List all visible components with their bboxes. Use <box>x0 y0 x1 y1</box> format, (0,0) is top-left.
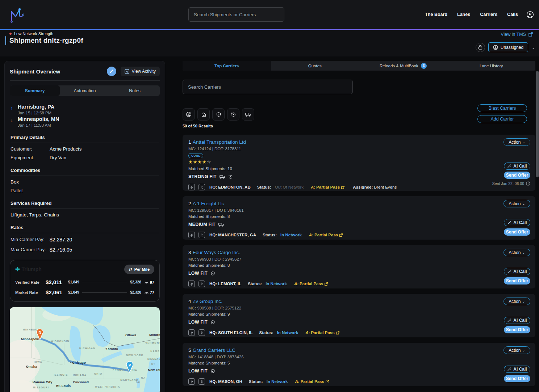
automation-icon[interactable] <box>188 378 195 385</box>
header-chevron-down-icon[interactable]: ⌄ <box>531 45 535 50</box>
title-accent-bar <box>5 36 6 45</box>
send-offer-button[interactable]: Send Offer <box>504 326 530 333</box>
compliance-link[interactable]: A: Partial Pass <box>294 282 328 286</box>
network-alert: Low Network Strength <box>9 31 53 36</box>
info-icon[interactable] <box>526 181 530 186</box>
automation-icon[interactable] <box>188 329 195 336</box>
tab-notes[interactable]: Notes <box>110 85 160 96</box>
send-offer-button[interactable]: Send Offer <box>504 172 530 179</box>
svg-text:Omaha: Omaha <box>26 365 38 368</box>
matched-shipments: Matched Shipments: 10 <box>188 167 530 171</box>
send-offer-button[interactable]: Send Offer <box>504 277 530 284</box>
carrier-name-link[interactable]: Grand Carriers LLC <box>193 347 235 353</box>
action-button[interactable]: Action⌄ <box>504 200 530 207</box>
per-mile-toggle[interactable]: ⇄ Per Mile <box>124 265 154 274</box>
compliance-value: Partial Pass <box>300 282 323 286</box>
stops: ↑ Harrisburg, PA Jan 15 | 12:58 PM ↓ Min… <box>11 104 159 127</box>
action-button[interactable]: Action⌄ <box>504 298 530 305</box>
ai-call-button[interactable]: AI Call <box>504 163 530 170</box>
commodity-item: Pallet <box>11 188 159 193</box>
filter-home-button[interactable] <box>197 108 210 121</box>
carriers-panel: Top Carriers Quotes Reloads & MultiBook … <box>183 61 535 392</box>
add-carrier-button[interactable]: Add Carrier <box>477 115 527 123</box>
compliance-link[interactable]: A: Partial Pass <box>295 379 329 384</box>
contact-card-icon[interactable] <box>199 378 205 385</box>
offer-sent-info: Sent Jan 22, 06:00 <box>492 181 530 186</box>
ai-call-button[interactable]: AI Call <box>504 268 530 275</box>
automation-icon[interactable] <box>188 184 195 190</box>
contact-card-icon[interactable] <box>199 329 205 336</box>
carrier-card: 4 Zv Group Inc. MC: 900588 | DOT: 257512… <box>183 294 535 337</box>
search-input[interactable] <box>188 7 284 22</box>
filter-history-button[interactable] <box>227 108 239 121</box>
contact-card-icon[interactable] <box>199 184 205 190</box>
action-button[interactable]: Action⌄ <box>504 249 530 256</box>
carrier-name-link[interactable]: Anttal Transportation Ltd <box>193 139 246 145</box>
overview-tabs: Summary Automation Notes <box>10 85 160 96</box>
tab-automation[interactable]: Automation <box>60 85 110 96</box>
automation-icon[interactable] <box>188 281 195 287</box>
view-in-tms-link[interactable]: View in TMS <box>501 32 533 37</box>
tab-reloads-multibook[interactable]: Reloads & MultiBook 3 <box>359 61 447 71</box>
status-label: Status: <box>259 330 273 335</box>
min-pay-label: Min Carrier Pay: <box>11 236 50 243</box>
compliance-link[interactable]: A: Partial Pass <box>305 330 339 335</box>
nav-calls[interactable]: Calls <box>507 12 518 17</box>
action-button[interactable]: Action⌄ <box>504 346 530 354</box>
carrier-hq: HQ: LEMONT, IL <box>209 282 241 286</box>
filter-shield-button[interactable] <box>212 108 225 121</box>
core-badge: CORE <box>188 153 203 158</box>
filter-account-button[interactable] <box>183 108 195 121</box>
send-offer-button[interactable]: Send Offer <box>504 228 530 236</box>
carrier-filters <box>183 108 254 121</box>
lock-button[interactable] <box>476 43 485 52</box>
svg-text:New Yor: New Yor <box>148 368 160 372</box>
svg-text:Cincinnati: Cincinnati <box>73 380 89 384</box>
contact-card-icon[interactable] <box>199 281 205 287</box>
contact-card-icon[interactable] <box>199 232 205 238</box>
svg-text:NEW YORK: NEW YORK <box>126 354 143 357</box>
action-label: Action <box>509 250 521 255</box>
svg-text:MICHIGAN: MICHIGAN <box>79 347 96 350</box>
tab-quotes[interactable]: Quotes <box>271 61 359 71</box>
ai-call-label: AI Call <box>513 269 527 274</box>
carrier-search-input[interactable] <box>183 80 353 94</box>
tab-top-carriers[interactable]: Top Carriers <box>183 61 271 71</box>
account-icon[interactable] <box>526 11 534 18</box>
action-button[interactable]: Action⌄ <box>504 138 530 146</box>
carrier-name-link[interactable]: A 1 Freight Llc <box>193 201 224 206</box>
automation-icon[interactable] <box>188 232 195 238</box>
fit-label: STRONG FIT <box>188 174 217 179</box>
assignee-info: Assignee: Brent Evens <box>353 185 397 189</box>
tab-summary[interactable]: Summary <box>10 85 60 96</box>
carrier-card: 1 Anttal Transportation Ltd MC: 124124 |… <box>183 135 535 191</box>
magic-wand-icon <box>507 367 511 371</box>
assignee-button[interactable]: Unassigned <box>488 42 528 52</box>
carrier-mc-dot: MC: 124124 | DOT: 3178311 <box>188 147 530 151</box>
edit-shipment-button[interactable] <box>107 67 116 76</box>
nav-lanes[interactable]: Lanes <box>457 12 470 17</box>
compliance-link[interactable]: A: Partial Pass <box>309 233 343 237</box>
compliance-link[interactable]: A: Partial Pass <box>311 185 345 189</box>
customer-label: Customer: <box>11 146 50 152</box>
tab-lane-history[interactable]: Lane History <box>447 61 536 71</box>
blast-carriers-button[interactable]: Blast Carriers <box>477 104 527 112</box>
carrier-name-link[interactable]: Zv Group Inc. <box>193 299 222 304</box>
view-activity-button[interactable]: View Activity <box>121 67 160 76</box>
nav-carriers[interactable]: Carriers <box>480 12 497 17</box>
svg-text:Ottawa: Ottawa <box>125 333 137 337</box>
ai-call-button[interactable]: AI Call <box>504 317 530 324</box>
filter-truck-button[interactable] <box>242 108 254 121</box>
verified-score-value: 97 <box>150 280 154 284</box>
scrollbar-thumb[interactable] <box>536 71 539 177</box>
nav-the-board[interactable]: The Board <box>425 12 447 17</box>
stars-empty: ☆ <box>207 159 212 165</box>
external-link-icon <box>528 32 533 37</box>
route-map[interactable]: MINNESOTA Minneapolis WISCONSIN MICHIGAN… <box>10 307 160 392</box>
ai-call-button[interactable]: AI Call <box>504 219 530 226</box>
ai-call-button[interactable]: AI Call <box>504 366 530 373</box>
app-logo-icon[interactable] <box>9 6 25 23</box>
rates-section: Rates Min Carrier Pay: $2,287.20 Max Car… <box>11 225 159 253</box>
send-offer-button[interactable]: Send Offer <box>504 375 530 382</box>
carrier-name-link[interactable]: Four Ways Cargo Inc. <box>193 250 240 255</box>
